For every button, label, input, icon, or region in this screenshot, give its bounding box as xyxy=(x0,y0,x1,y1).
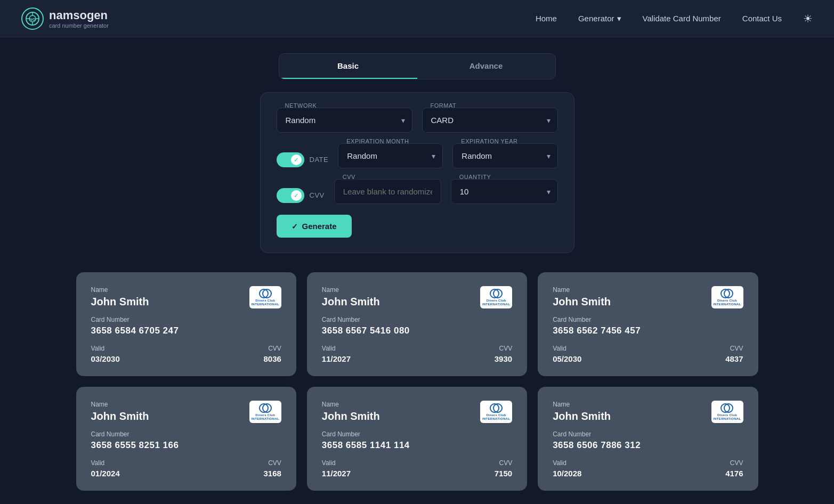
card-name-label: Name xyxy=(553,286,611,294)
quantity-group: QUANTITY 10 xyxy=(451,179,558,204)
card-number-value: 3658 6585 1141 114 xyxy=(322,440,512,451)
cvv-toggle-label: CVV xyxy=(310,191,325,199)
exp-year-select[interactable]: Random xyxy=(452,143,557,168)
card-number-value: 3658 6562 7456 457 xyxy=(553,326,743,336)
card-logo: Diners ClubINTERNATIONAL xyxy=(711,401,743,423)
theme-toggle[interactable]: ☀ xyxy=(803,12,813,25)
exp-year-group: EXPIRATION YEAR Random xyxy=(452,143,557,168)
card-cvv-label: CVV xyxy=(263,459,281,467)
card-valid-value: 11/2027 xyxy=(322,354,351,363)
credit-card-2: Name John Smith Diners ClubINTERNATIONAL… xyxy=(538,272,758,376)
card-number-value: 3658 6555 8251 166 xyxy=(91,440,281,451)
card-number-label: Card Number xyxy=(322,316,512,323)
cvv-input[interactable] xyxy=(334,179,441,204)
tab-advance[interactable]: Advance xyxy=(417,54,555,79)
card-valid-section: Valid 01/2024 xyxy=(91,459,120,478)
diners-text: Diners ClubINTERNATIONAL xyxy=(252,299,279,306)
diners-circle-right xyxy=(493,289,503,298)
diners-text: Diners ClubINTERNATIONAL xyxy=(713,299,741,306)
card-name-value: John Smith xyxy=(322,410,380,422)
form-card: NETWORK Random FORMAT CARD xyxy=(260,92,574,253)
brand: NG namsogen card number generator xyxy=(21,7,109,30)
diners-circle-right xyxy=(493,403,503,413)
brand-name: namsogen xyxy=(49,9,109,22)
nav-home[interactable]: Home xyxy=(536,14,557,23)
card-cvv-value: 3930 xyxy=(495,354,512,363)
card-cvv-section: CVV 3168 xyxy=(263,459,281,478)
card-valid-value: 05/2030 xyxy=(553,354,581,363)
diners-circle-right xyxy=(262,289,272,298)
date-toggle-item: DATE xyxy=(277,145,329,167)
card-valid-label: Valid xyxy=(322,459,351,467)
diners-logo: Diners ClubINTERNATIONAL xyxy=(713,289,741,306)
card-logo: Diners ClubINTERNATIONAL xyxy=(249,286,281,308)
card-logo: Diners ClubINTERNATIONAL xyxy=(711,286,743,308)
card-name-section: Name John Smith xyxy=(553,286,611,308)
card-name-label: Name xyxy=(322,286,380,294)
diners-logo: Diners ClubINTERNATIONAL xyxy=(252,403,279,420)
diners-text: Diners ClubINTERNATIONAL xyxy=(482,413,510,420)
card-valid-section: Valid 05/2030 xyxy=(553,345,581,363)
card-number-value: 3658 6567 5416 080 xyxy=(322,326,512,336)
cvv-input-label: CVV xyxy=(341,174,358,180)
nav-validate[interactable]: Validate Card Number xyxy=(643,14,721,23)
card-bottom: Valid 05/2030 CVV 4837 xyxy=(553,345,743,363)
diners-logo: Diners ClubINTERNATIONAL xyxy=(482,289,510,306)
card-cvv-label: CVV xyxy=(725,459,743,467)
card-name-label: Name xyxy=(553,401,611,408)
card-name-label: Name xyxy=(91,401,149,408)
card-cvv-value: 7150 xyxy=(495,469,512,478)
card-name-section: Name John Smith xyxy=(322,286,380,308)
card-name-section: Name John Smith xyxy=(553,401,611,422)
card-valid-label: Valid xyxy=(553,345,581,352)
card-name-section: Name John Smith xyxy=(322,401,380,422)
date-toggle[interactable] xyxy=(277,152,304,167)
credit-card-0: Name John Smith Diners ClubINTERNATIONAL… xyxy=(76,272,296,376)
exp-month-group: EXPIRATION MONTH Random xyxy=(338,143,443,168)
nav-contact[interactable]: Contact Us xyxy=(742,14,782,23)
date-toggle-label: DATE xyxy=(310,156,329,164)
card-valid-label: Valid xyxy=(91,345,120,352)
card-valid-value: 01/2024 xyxy=(91,469,120,478)
diners-logo: Diners ClubINTERNATIONAL xyxy=(713,403,741,420)
card-cvv-label: CVV xyxy=(495,345,512,352)
nav-links: Home Generator ▾ Validate Card Number Co… xyxy=(536,14,782,23)
card-cvv-value: 8036 xyxy=(263,354,281,363)
diners-circles xyxy=(259,403,272,413)
network-select[interactable]: Random xyxy=(277,108,412,133)
diners-circles xyxy=(490,289,503,298)
card-logo: Diners ClubINTERNATIONAL xyxy=(480,286,512,308)
nav-generator[interactable]: Generator ▾ xyxy=(578,14,621,23)
diners-circle-right xyxy=(724,403,733,413)
quantity-select[interactable]: 10 xyxy=(451,179,558,204)
generate-button[interactable]: ✓ Generate xyxy=(277,215,352,238)
format-group: FORMAT CARD xyxy=(422,108,558,133)
card-top: Name John Smith Diners ClubINTERNATIONAL xyxy=(553,286,743,308)
card-name-section: Name John Smith xyxy=(91,401,149,422)
format-select[interactable]: CARD xyxy=(422,108,558,133)
diners-text: Diners ClubINTERNATIONAL xyxy=(482,299,510,306)
main-content: Basic Advance NETWORK Random FORMAT C xyxy=(0,37,834,504)
card-cvv-value: 3168 xyxy=(263,469,281,478)
cards-grid: Name John Smith Diners ClubINTERNATIONAL… xyxy=(76,272,758,491)
card-valid-section: Valid 11/2027 xyxy=(322,459,351,478)
svg-text:NG: NG xyxy=(29,17,36,22)
card-bottom: Valid 11/2027 CVV 3930 xyxy=(322,345,512,363)
card-top: Name John Smith Diners ClubINTERNATIONAL xyxy=(91,286,281,308)
diners-logo: Diners ClubINTERNATIONAL xyxy=(482,403,510,420)
cvv-toggle[interactable] xyxy=(277,188,304,203)
diners-circle-right xyxy=(724,289,733,298)
brand-subtitle: card number generator xyxy=(49,22,109,29)
exp-month-select[interactable]: Random xyxy=(338,143,443,168)
card-valid-section: Valid 11/2027 xyxy=(322,345,351,363)
card-cvv-label: CVV xyxy=(725,345,743,352)
tab-basic[interactable]: Basic xyxy=(279,54,417,79)
card-number-label: Card Number xyxy=(322,430,512,438)
generate-icon: ✓ xyxy=(292,222,298,231)
card-valid-label: Valid xyxy=(91,459,120,467)
tabs-container: Basic Advance xyxy=(279,53,556,79)
card-top: Name John Smith Diners ClubINTERNATIONAL xyxy=(91,401,281,423)
cvv-row: CVV CVV QUANTITY 10 xyxy=(277,179,558,204)
card-name-value: John Smith xyxy=(322,296,380,308)
card-number-label: Card Number xyxy=(91,430,281,438)
